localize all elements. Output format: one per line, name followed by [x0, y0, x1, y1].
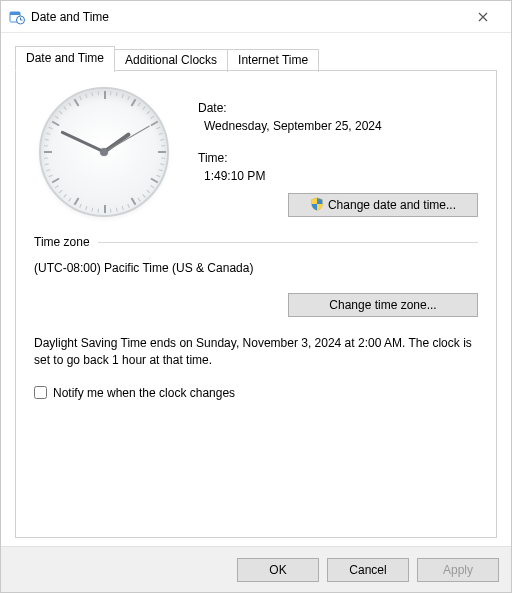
timezone-section-title: Time zone	[34, 235, 90, 249]
date-label: Date:	[198, 101, 478, 115]
date-value: Wednesday, September 25, 2024	[198, 119, 478, 133]
change-timezone-button-label: Change time zone...	[329, 298, 436, 312]
dst-info-text: Daylight Saving Time ends on Sunday, Nov…	[34, 335, 478, 370]
clock-face	[39, 87, 169, 217]
ok-button[interactable]: OK	[237, 558, 319, 582]
timezone-value: (UTC-08:00) Pacific Time (US & Canada)	[34, 261, 478, 275]
cancel-button[interactable]: Cancel	[327, 558, 409, 582]
change-date-time-button[interactable]: Change date and time...	[288, 193, 478, 217]
analog-clock-wrap	[34, 87, 174, 217]
time-label: Time:	[198, 151, 478, 165]
clock-calendar-icon	[9, 9, 25, 25]
svg-rect-1	[10, 12, 20, 15]
tab-panel: Date: Wednesday, September 25, 2024 Time…	[15, 70, 497, 538]
tab-additional-clocks[interactable]: Additional Clocks	[114, 49, 228, 72]
divider	[98, 242, 478, 243]
date-time-info: Date: Wednesday, September 25, 2024 Time…	[198, 87, 478, 217]
clock-center-pin	[100, 148, 108, 156]
notify-checkbox[interactable]	[34, 386, 47, 399]
dialog-footer: OK Cancel Apply	[1, 546, 511, 592]
change-timezone-button[interactable]: Change time zone...	[288, 293, 478, 317]
change-date-time-button-label: Change date and time...	[328, 198, 456, 212]
uac-shield-icon	[310, 197, 324, 214]
tabstrip: Date and Time Additional Clocks Internet…	[15, 45, 497, 70]
tab-date-and-time[interactable]: Date and Time	[15, 46, 115, 71]
dialog-body: Date and Time Additional Clocks Internet…	[1, 33, 511, 546]
tab-internet-time[interactable]: Internet Time	[227, 49, 319, 72]
time-value: 1:49:10 PM	[198, 169, 478, 183]
apply-button[interactable]: Apply	[417, 558, 499, 582]
notify-checkbox-row[interactable]: Notify me when the clock changes	[34, 386, 478, 400]
date-time-upper: Date: Wednesday, September 25, 2024 Time…	[34, 87, 478, 217]
close-button[interactable]	[463, 3, 503, 31]
titlebar: Date and Time	[1, 1, 511, 33]
window-title: Date and Time	[31, 10, 463, 24]
timezone-section-header: Time zone	[34, 235, 478, 249]
notify-checkbox-label: Notify me when the clock changes	[53, 386, 235, 400]
close-icon	[478, 12, 488, 22]
date-time-dialog: Date and Time Date and Time Additional C…	[0, 0, 512, 593]
analog-clock	[39, 87, 169, 217]
